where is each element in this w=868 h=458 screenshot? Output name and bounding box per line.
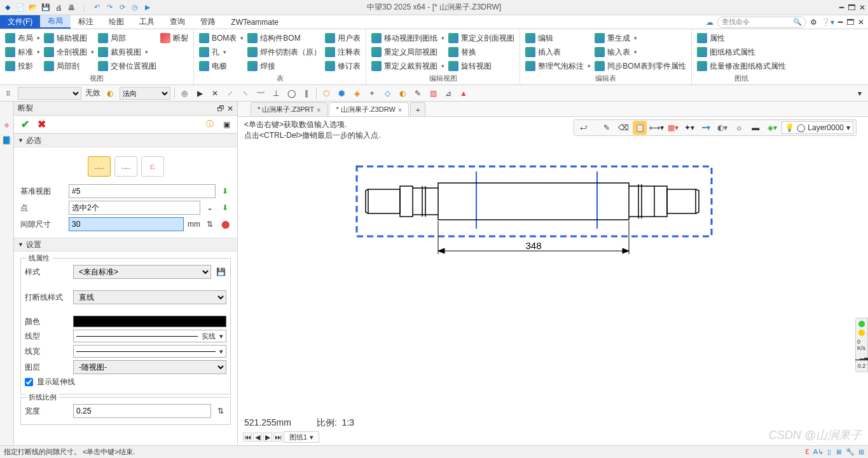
tb-ic-f[interactable]: 〰 <box>255 88 266 99</box>
side-book-icon[interactable]: 📘 <box>2 136 11 145</box>
tb-select2[interactable]: 法向 <box>120 87 170 100</box>
cv-pencil-icon[interactable]: ✎ <box>600 121 614 135</box>
close2-icon[interactable]: ✕ <box>858 18 864 27</box>
tab-file[interactable]: 文件(F) <box>0 15 40 29</box>
ritem-aux[interactable]: 辅助视图 <box>44 32 94 44</box>
point-input[interactable] <box>69 201 200 215</box>
ritem-weld[interactable]: 焊接 <box>247 60 321 72</box>
sheet-tab[interactable]: 图纸1▾ <box>284 431 319 443</box>
section-required[interactable]: ▼必选 <box>14 133 237 147</box>
tb-ic-r[interactable]: ⊿ <box>443 88 454 99</box>
tab-pipe[interactable]: 管路 <box>193 15 223 29</box>
sb-icon-a[interactable]: Ɛ <box>805 448 809 456</box>
tb-expand-icon[interactable]: ▾ <box>854 88 865 99</box>
layer-select[interactable]: -随视图- <box>73 360 226 374</box>
ritem-inputtable[interactable]: 输入表▾ <box>595 46 685 58</box>
add-tab-button[interactable]: + <box>410 102 425 116</box>
cv-back-icon[interactable]: ⮐ <box>577 121 591 135</box>
new-icon[interactable]: 📄 <box>15 3 25 13</box>
tb-ic-d[interactable]: ⟋ <box>224 88 236 99</box>
doc-tab-prt[interactable]: * 山涧果子.Z3PRT× <box>251 102 327 116</box>
tab-teammate[interactable]: ZWTeammate <box>223 15 286 29</box>
search-input[interactable]: 查找命令 🔍 <box>717 17 806 28</box>
breakstyle-select[interactable]: 直线 <box>73 290 226 304</box>
side-break-icon[interactable]: ⎆ <box>4 121 9 130</box>
cv-lline-icon[interactable]: ━▾ <box>699 121 713 135</box>
tb-icon2[interactable]: ◐ <box>104 88 116 99</box>
print-icon[interactable]: 🖨 <box>53 3 64 13</box>
linewidth-select[interactable]: ▾ <box>73 345 226 358</box>
print2-icon[interactable]: 🖶 <box>66 3 76 13</box>
cv-3d-icon[interactable]: ◈▾ <box>765 121 779 135</box>
tab-annotate[interactable]: 标注 <box>71 15 101 29</box>
tb-ic-i[interactable]: ∥ <box>301 88 312 99</box>
ritem-altpos[interactable]: 交替位置视图 <box>98 60 156 72</box>
ritem-redefsection[interactable]: 重定义剖面视图 <box>448 32 514 44</box>
save-style-icon[interactable]: 💾 <box>215 266 226 278</box>
ritem-edit[interactable]: 编辑 <box>525 32 591 44</box>
baseview-input[interactable] <box>69 184 216 198</box>
sb-icon-d[interactable]: 🖥 <box>835 448 842 456</box>
break-opt-1[interactable]: ⎵⎵ <box>88 156 111 177</box>
sb-icon-f[interactable]: ⊞ <box>858 448 864 456</box>
min2-icon[interactable]: ━ <box>838 18 843 27</box>
ritem-notetable[interactable]: 注释表 <box>325 46 361 58</box>
redo-icon[interactable]: ↷ <box>104 3 114 13</box>
tab-tools[interactable]: 工具 <box>132 15 162 29</box>
play-icon[interactable]: ▶ <box>142 3 153 13</box>
ritem-rotateview[interactable]: 旋转视图 <box>448 60 514 72</box>
expand-icon[interactable]: ▣ <box>219 118 233 131</box>
ritem-local[interactable]: 局部 <box>98 32 156 44</box>
cancel-button[interactable]: ✖ <box>34 118 48 131</box>
tb-filter-icon[interactable]: ፧፧ <box>3 88 14 99</box>
nav-next-icon[interactable]: ▶ <box>263 433 272 441</box>
network-indicator[interactable]: 0 K/s ▁▂▃ 0.2 <box>855 318 868 372</box>
color-swatch[interactable] <box>73 316 226 327</box>
tb-ic-h[interactable]: ◯ <box>286 88 297 99</box>
ritem-electrode[interactable]: 电极 <box>199 60 244 72</box>
refresh-icon[interactable]: ⟳ <box>117 3 127 13</box>
tb-select1[interactable] <box>18 87 81 100</box>
ritem-break[interactable]: 断裂 <box>160 32 188 44</box>
ritem-props[interactable]: 属性 <box>697 32 786 44</box>
minimize-icon[interactable]: ━ <box>839 3 844 12</box>
cv-axis-icon[interactable]: ✦▾ <box>682 121 696 135</box>
ritem-moveview[interactable]: 移动视图到图纸▾ <box>371 32 444 44</box>
ritem-fullsection[interactable]: 全剖视图▾ <box>44 46 94 58</box>
close-window-icon[interactable]: ✕ <box>859 3 865 12</box>
tb-ic-a[interactable]: ◎ <box>179 88 190 99</box>
ritem-revtable[interactable]: 修订表 <box>325 60 361 72</box>
tb-ic-e[interactable]: ⟍ <box>240 88 251 99</box>
open-icon[interactable]: 📂 <box>28 3 38 13</box>
tb-ic-m[interactable]: + <box>366 88 378 99</box>
tb-ic-p[interactable]: ✎ <box>412 88 424 99</box>
doc-tab-drw[interactable]: * 山涧果子.Z3DRW× <box>329 102 409 116</box>
tb-ic-l[interactable]: ◈ <box>351 88 362 99</box>
save-icon[interactable]: 💾 <box>41 3 51 13</box>
chevron-down-icon[interactable]: ⌄ <box>204 202 216 213</box>
tb-ic-q[interactable]: ▨ <box>427 88 439 99</box>
ritem-replace[interactable]: 替换 <box>448 46 514 58</box>
settings-icon[interactable]: ⚙ <box>810 18 817 27</box>
gap-input[interactable] <box>69 217 184 231</box>
spinner2-icon[interactable]: ⇅ <box>215 405 226 417</box>
ritem-redeflocal[interactable]: 重定义局部视图 <box>371 46 444 58</box>
ritem-bom[interactable]: BOM表▾ <box>199 32 244 44</box>
drawing-view[interactable]: 348 <box>355 165 724 280</box>
tb-ic-o[interactable]: ◐ <box>397 88 408 99</box>
config-icon[interactable]: ◷ <box>130 3 140 13</box>
style-select[interactable]: <来自标准> <box>73 265 211 279</box>
pick-icon[interactable]: ⬇ <box>219 185 231 197</box>
ritem-crop[interactable]: 裁剪视图▾ <box>98 46 156 58</box>
tb-ic-j[interactable]: ⬡ <box>320 88 332 99</box>
cv-dim-icon[interactable]: ⟷▾ <box>649 121 663 135</box>
ritem-localsection[interactable]: 局部剖 <box>44 60 94 72</box>
break-opt-2[interactable]: ⎵⎵ <box>114 156 137 177</box>
ritem-usertable[interactable]: 用户表 <box>325 32 361 44</box>
sb-icon-e[interactable]: 🔧 <box>846 448 855 456</box>
ritem-redefcrop[interactable]: 重定义裁剪视图▾ <box>371 60 444 72</box>
info-icon[interactable]: ⓘ <box>203 118 217 131</box>
ritem-syncbom[interactable]: 同步BOM表到零件属性 <box>595 60 685 72</box>
cv-black-icon[interactable]: ▬ <box>748 121 762 135</box>
sb-icon-c[interactable]: ▯ <box>827 448 831 456</box>
